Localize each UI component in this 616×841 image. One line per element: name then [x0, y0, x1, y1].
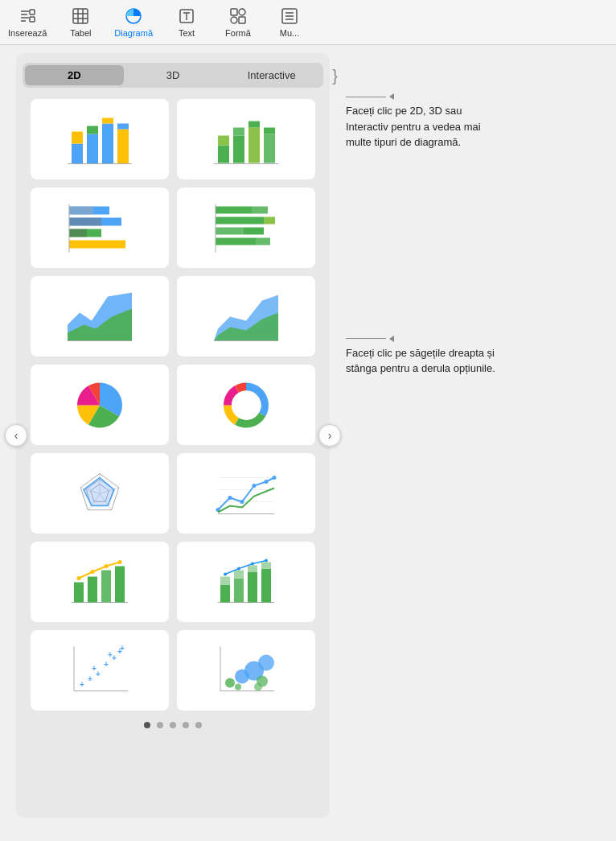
svg-text:+: +	[120, 643, 125, 652]
svg-rect-15	[239, 9, 245, 15]
toolbar-item-forma[interactable]: Formă	[220, 6, 256, 38]
svg-rect-94	[234, 578, 244, 602]
chart-cell-bar-line-1[interactable]	[31, 542, 169, 622]
more-icon	[280, 6, 299, 26]
chart-cell-stacked-bar-2[interactable]	[177, 99, 315, 179]
shape-icon	[228, 6, 248, 26]
nav-arrow-left[interactable]: ‹	[5, 424, 27, 447]
tab-bar: 2D 3D Interactive }	[23, 63, 323, 88]
svg-point-103	[251, 562, 254, 565]
svg-rect-4	[30, 10, 35, 14]
svg-point-102	[237, 567, 240, 570]
page-dot-1[interactable]	[144, 722, 150, 728]
svg-point-63	[232, 390, 261, 419]
svg-point-101	[224, 572, 227, 575]
toolbar-item-more[interactable]: Mu...	[272, 6, 307, 38]
tab-bracket: }	[332, 68, 338, 84]
nav-arrow-right[interactable]: ›	[318, 424, 341, 447]
text-icon	[177, 6, 196, 26]
svg-rect-22	[72, 143, 83, 163]
svg-point-120	[235, 683, 241, 690]
toolbar-item-inserare[interactable]: Inserează	[8, 6, 47, 38]
svg-rect-97	[220, 576, 230, 584]
main-content: 2D 3D Interactive } ‹ ›	[0, 45, 616, 826]
callout-top-arrow	[389, 93, 394, 100]
bar-line-chart-1	[68, 552, 132, 612]
page-dot-5[interactable]	[195, 722, 202, 728]
stacked-bar-chart-2	[214, 109, 278, 170]
svg-rect-98	[234, 570, 244, 578]
tab-3d[interactable]: 3D	[124, 65, 223, 85]
toolbar-item-text[interactable]: Text	[169, 6, 204, 38]
area-chart-2	[214, 287, 278, 347]
bar-line-chart-2	[214, 552, 278, 612]
svg-rect-93	[220, 584, 230, 602]
chart-cell-line-area[interactable]	[177, 453, 315, 534]
toolbar-label-forma: Formă	[225, 28, 251, 38]
svg-text:+: +	[112, 653, 117, 662]
chart-cell-stacked-bar-1[interactable]	[31, 99, 169, 179]
chart-grid: + + + + + + + + +	[23, 99, 323, 711]
svg-rect-48	[216, 206, 252, 213]
svg-point-80	[253, 484, 257, 488]
tab-interactive[interactable]: Interactive	[222, 65, 321, 85]
svg-rect-16	[231, 17, 237, 23]
page-dot-2[interactable]	[157, 722, 163, 728]
table-icon	[71, 6, 90, 26]
svg-rect-35	[248, 127, 260, 163]
svg-text:+: +	[108, 649, 113, 658]
hbar-chart-1	[68, 198, 132, 258]
donut-chart	[214, 375, 278, 435]
svg-rect-36	[248, 121, 260, 127]
svg-rect-17	[239, 17, 245, 23]
svg-rect-96	[261, 568, 271, 602]
svg-point-78	[228, 496, 232, 500]
chart-cell-donut[interactable]	[177, 365, 315, 445]
chart-cell-bubble[interactable]	[177, 630, 315, 711]
svg-rect-85	[88, 576, 97, 602]
toolbar-label-more: Mu...	[280, 28, 299, 38]
svg-rect-50	[216, 216, 264, 224]
toolbar-label-inserare: Inserează	[8, 28, 47, 38]
svg-text:+: +	[88, 674, 92, 682]
pie-chart	[68, 375, 132, 435]
callout-middle-arrow	[389, 336, 394, 342]
scatter-chart: + + + + + + + + +	[68, 641, 132, 701]
svg-rect-6	[73, 9, 88, 23]
toolbar-label-text: Text	[179, 28, 195, 38]
page-dot-3[interactable]	[170, 722, 176, 728]
svg-text:+: +	[92, 663, 97, 672]
svg-point-88	[77, 576, 81, 580]
svg-rect-52	[216, 227, 244, 234]
svg-point-118	[225, 678, 235, 687]
chart-cell-scatter[interactable]: + + + + + + + + +	[31, 630, 169, 711]
svg-rect-86	[101, 570, 111, 602]
chart-panel: 2D 3D Interactive } ‹ ›	[16, 53, 330, 818]
svg-point-89	[91, 570, 95, 574]
svg-rect-26	[102, 123, 113, 163]
chart-cell-bar-line-2[interactable]	[177, 542, 315, 622]
svg-point-79	[240, 500, 244, 504]
bubble-chart	[214, 641, 278, 701]
radar-chart	[68, 464, 132, 524]
chart-cell-area-1[interactable]	[31, 276, 169, 357]
chart-cell-hbar-1[interactable]	[31, 188, 169, 268]
svg-rect-32	[218, 135, 229, 145]
area-chart-1	[68, 287, 132, 347]
svg-rect-51	[264, 216, 275, 224]
chart-cell-pie[interactable]	[31, 365, 169, 445]
toolbar: Inserează Tabel Diagramă Text	[0, 0, 616, 45]
toolbar-item-tabel[interactable]: Tabel	[63, 6, 98, 38]
tab-2d[interactable]: 2D	[25, 65, 124, 85]
toolbar-label-tabel: Tabel	[70, 28, 91, 38]
callout-middle: Faceți clic pe săgețile dreapta și stâng…	[346, 336, 600, 377]
chart-cell-radar[interactable]	[31, 453, 169, 534]
callout-area: Faceți clic pe 2D, 3D sau Interactiv pen…	[346, 53, 600, 818]
chart-cell-hbar-2[interactable]	[177, 188, 315, 268]
page-dot-4[interactable]	[183, 722, 189, 728]
svg-rect-33	[233, 135, 244, 163]
svg-rect-53	[244, 227, 264, 234]
svg-rect-31	[218, 145, 229, 163]
toolbar-item-diagrama[interactable]: Diagramă	[114, 6, 153, 38]
chart-cell-area-2[interactable]	[177, 276, 315, 357]
